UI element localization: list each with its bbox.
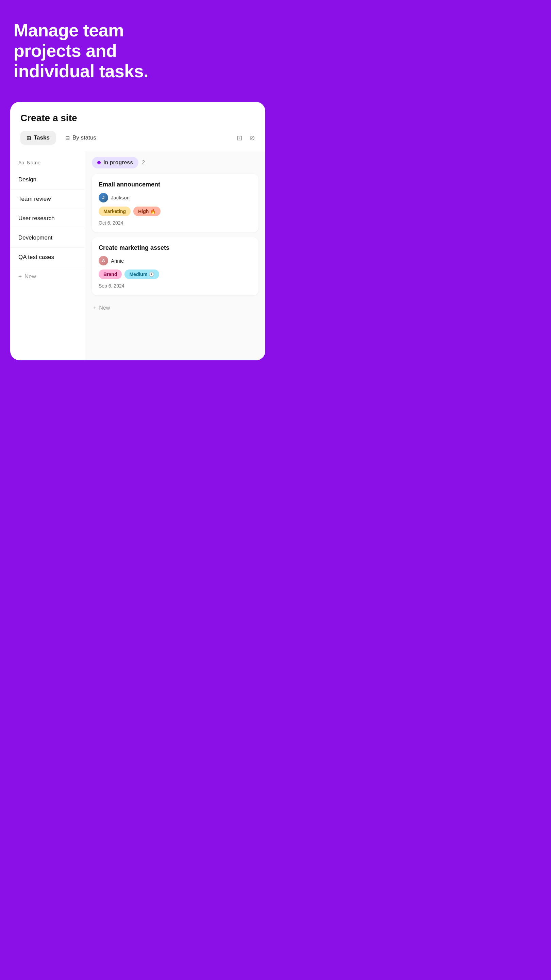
hero-section: Manage team projects and individual task…: [0, 0, 275, 95]
toolbar-icons: ⊡ ⊘: [237, 134, 255, 142]
content-area: Aa Name Design Team review User research…: [10, 151, 265, 360]
task-date-email: Oct 6, 2024: [98, 220, 252, 226]
task-tags-marketing: Brand Medium 🕐: [98, 269, 252, 279]
task-assignee-jackson: J Jackson: [98, 193, 252, 202]
columns-icon: ⊟: [65, 135, 70, 141]
kanban-column-in-progress: In progress 2 Email announcement J Jacks…: [85, 151, 265, 360]
sidebar-item-user-research[interactable]: User research: [10, 209, 85, 228]
task-tags-email: Marketing High 🔥: [98, 207, 252, 216]
kanban-new-button[interactable]: + New: [92, 300, 259, 316]
plus-icon: +: [18, 273, 22, 280]
tab-by-status[interactable]: ⊟ By status: [59, 131, 102, 145]
avatar-jackson: J: [98, 193, 108, 202]
status-header: In progress 2: [92, 157, 259, 169]
plus-icon-kanban: +: [93, 305, 96, 311]
assignee-name-annie: Annie: [111, 258, 124, 264]
card-header: Create a site ⊞ Tasks ⊟ By status ⊡ ⊘: [10, 102, 265, 151]
assignee-name-jackson: Jackson: [111, 195, 130, 200]
sidebar-item-design[interactable]: Design: [10, 170, 85, 189]
tab-tasks-label: Tasks: [34, 134, 50, 141]
task-date-marketing: Sep 6, 2024: [98, 283, 252, 288]
kanban-new-label: New: [99, 305, 110, 311]
hero-title: Manage team projects and individual task…: [14, 21, 156, 81]
sidebar-column-header: Aa Name: [10, 155, 85, 170]
sidebar-list: Aa Name Design Team review User research…: [10, 151, 85, 360]
sidebar-item-development[interactable]: Development: [10, 228, 85, 248]
eye-off-icon[interactable]: ⊘: [249, 134, 255, 142]
sidebar-new-label: New: [24, 273, 36, 280]
avatar-annie: A: [98, 256, 108, 266]
status-label: In progress: [103, 159, 133, 166]
tag-medium: Medium 🕐: [124, 269, 159, 279]
tag-brand: Brand: [98, 269, 122, 279]
text-format-icon: Aa: [18, 160, 24, 165]
tab-status-label: By status: [73, 134, 96, 141]
status-dot: [97, 161, 101, 164]
sidebar-item-team-review[interactable]: Team review: [10, 189, 85, 209]
sidebar-header-label: Name: [27, 159, 40, 165]
table-icon: ⊞: [27, 135, 31, 141]
in-progress-badge: In progress: [92, 157, 138, 169]
task-card-marketing-assets[interactable]: Create marketing assets A Annie Brand Me…: [92, 237, 259, 295]
chart-icon[interactable]: ⊡: [237, 134, 243, 142]
task-title-email: Email announcement: [98, 181, 252, 189]
sidebar-item-qa-test-cases[interactable]: QA test cases: [10, 248, 85, 267]
tag-marketing: Marketing: [98, 207, 130, 216]
tag-high: High 🔥: [133, 207, 160, 216]
main-card: Create a site ⊞ Tasks ⊟ By status ⊡ ⊘ Aa…: [10, 102, 265, 360]
task-assignee-annie: A Annie: [98, 256, 252, 266]
status-count: 2: [142, 159, 145, 166]
task-title-marketing: Create marketing assets: [98, 244, 252, 252]
task-card-email-announcement[interactable]: Email announcement J Jackson Marketing H…: [92, 174, 259, 232]
card-title: Create a site: [21, 113, 255, 124]
sidebar-new-button[interactable]: + New: [10, 267, 85, 286]
tab-bar: ⊞ Tasks ⊟ By status ⊡ ⊘: [21, 131, 255, 145]
tab-tasks[interactable]: ⊞ Tasks: [21, 131, 56, 145]
